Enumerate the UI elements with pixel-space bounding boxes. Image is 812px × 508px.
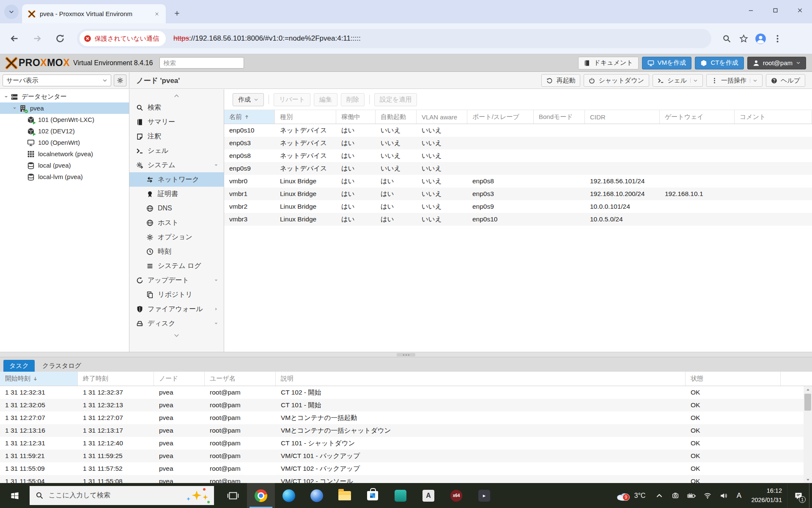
new-tab-button[interactable]	[170, 6, 184, 20]
menu-scroll-down[interactable]	[129, 331, 224, 340]
battery-tray-icon[interactable]	[683, 483, 700, 508]
task-col-node[interactable]: ノード	[154, 372, 205, 386]
task-col-status[interactable]: 状態	[686, 372, 781, 386]
task-row[interactable]: 1 31 12:13:161 31 12:13:17pvearoot@pamVM…	[0, 424, 812, 437]
task-row[interactable]: 1 31 12:32:311 31 12:32:37pvearoot@pamCT…	[0, 386, 812, 399]
profile-button[interactable]	[752, 30, 769, 47]
tree-item-ct-102[interactable]: 102 (DEV12)	[0, 125, 129, 137]
menu-item-certificates[interactable]: 証明書	[129, 187, 224, 201]
browser-tab[interactable]: pvea - Proxmox Virtual Environm	[22, 4, 166, 23]
taskbar-app-app-media[interactable]: ▸	[470, 483, 498, 508]
forward-button[interactable]	[29, 30, 46, 47]
menu-item-disks[interactable]: ディスク	[129, 316, 224, 331]
net-row-enp0s9[interactable]: enp0s9ネットデバイスはいいいえいいえ	[224, 162, 812, 175]
net-row-enp0s8[interactable]: enp0s8ネットデバイスはいいいえいいえ	[224, 149, 812, 162]
scroll-up-arrow[interactable]	[804, 386, 812, 393]
tree-item-ct-101[interactable]: 101 (OpenWrt-LXC)	[0, 114, 129, 125]
taskbar-app-app-a[interactable]: A	[414, 483, 442, 508]
menu-item-network[interactable]: ネットワーク	[129, 172, 224, 187]
bookmark-button[interactable]	[735, 30, 752, 47]
task-col-user[interactable]: ユーザ名	[205, 372, 276, 386]
tree-item-sdn-localnetwork[interactable]: localnetwork (pvea)	[0, 148, 129, 160]
taskbar-app-task-view[interactable]	[219, 483, 247, 508]
reboot-button[interactable]: 再起動	[541, 74, 580, 87]
net-col-type[interactable]: 種別	[275, 110, 336, 124]
address-bar[interactable]: 保護されていない通信 https://192.168.56.101:8006/#…	[77, 29, 711, 48]
tab-close-button[interactable]	[152, 9, 162, 19]
menu-item-updates[interactable]: アップデート	[129, 273, 224, 287]
net-row-enp0s10[interactable]: enp0s10ネットデバイスはいいいえいいえ	[224, 124, 812, 137]
zoom-button[interactable]	[718, 30, 735, 47]
edit-button[interactable]: 編集	[314, 93, 337, 106]
tree-item-storage-local[interactable]: local (pvea)	[0, 160, 129, 171]
weather-widget[interactable]: 9 3°C	[610, 490, 652, 501]
menu-item-shell[interactable]: シェル	[129, 144, 224, 158]
splitter-grip-icon[interactable]	[397, 353, 415, 356]
hidden-icons-button[interactable]	[651, 483, 667, 508]
menu-item-hosts[interactable]: ホスト	[129, 215, 224, 230]
minimize-button[interactable]	[738, 0, 763, 20]
task-col-end[interactable]: 終了時刻	[78, 372, 154, 386]
net-col-gateway[interactable]: ゲートウェイ	[660, 110, 735, 124]
browser-menu-button[interactable]	[769, 30, 786, 47]
menu-item-dns[interactable]: DNS	[129, 201, 224, 215]
menu-item-firewall[interactable]: ファイアウォール	[129, 302, 224, 316]
create-vm-button[interactable]: VMを作成	[642, 57, 692, 69]
view-selector[interactable]: サーバ表示	[3, 75, 111, 86]
menu-item-time[interactable]: 時刻	[129, 244, 224, 259]
create-button[interactable]: 作成	[233, 93, 264, 106]
net-col-comment[interactable]: コメント	[735, 110, 812, 124]
net-col-name[interactable]: 名前	[224, 110, 275, 124]
menu-item-search[interactable]: 検索	[129, 100, 224, 115]
net-row-vmbr1[interactable]: vmbr1Linux Bridgeはいはいいいえenp0s3192.168.10…	[224, 188, 812, 200]
taskbar-app-app-teal[interactable]	[387, 483, 414, 508]
revert-button[interactable]: リバート	[274, 93, 310, 106]
menu-item-syslog[interactable]: システム ログ	[129, 259, 224, 273]
task-row[interactable]: 1 31 11:55:041 31 11:55:08pvearoot@pamVM…	[0, 475, 812, 483]
net-col-active[interactable]: 稼働中	[336, 110, 376, 124]
net-col-ports[interactable]: ポート/スレーブ	[467, 110, 534, 124]
ime-indicator[interactable]: A	[732, 491, 746, 500]
net-col-autostart[interactable]: 自動起動	[376, 110, 417, 124]
taskbar-app-app-blue-sphere[interactable]	[303, 483, 331, 508]
apply-button[interactable]: 設定を適用	[374, 93, 417, 106]
show-desktop-button[interactable]	[809, 483, 812, 508]
net-col-cidr[interactable]: CIDR	[585, 110, 660, 124]
taskbar-app-microsoft-store[interactable]	[359, 483, 387, 508]
tree-settings-button[interactable]	[114, 75, 126, 86]
menu-item-options[interactable]: オプション	[129, 230, 224, 244]
net-row-vmbr3[interactable]: vmbr3Linux Bridgeはいはいいいえenp0s1010.0.5.0/…	[224, 213, 812, 226]
help-button[interactable]: ヘルプ	[766, 74, 805, 87]
task-row[interactable]: 1 31 12:32:051 31 12:32:13pvearoot@pamCT…	[0, 399, 812, 411]
task-scrollbar[interactable]	[804, 386, 812, 483]
network-tray-icon[interactable]	[700, 483, 716, 508]
shell-button[interactable]: シェル	[653, 74, 703, 87]
net-col-bond[interactable]: Bondモード	[534, 110, 585, 124]
scrollbar-thumb[interactable]	[804, 394, 811, 411]
close-window-button[interactable]	[787, 0, 812, 20]
shutdown-button[interactable]: シャットダウン	[584, 74, 649, 87]
menu-scroll-up[interactable]	[129, 91, 224, 100]
pve-search-input[interactable]	[159, 57, 244, 69]
tree-item-storage-local-lvm[interactable]: local-lvm (pvea)	[0, 171, 129, 182]
scroll-down-arrow[interactable]	[804, 476, 812, 483]
tree-item-vm-100[interactable]: 100 (OpenWrt)	[0, 137, 129, 148]
menu-item-summary[interactable]: サマリー	[129, 115, 224, 129]
remove-button[interactable]: 削除	[341, 93, 365, 106]
net-row-vmbr0[interactable]: vmbr0Linux Bridgeはいはいいいえenp0s8192.168.56…	[224, 175, 812, 188]
task-row[interactable]: 1 31 12:12:311 31 12:12:40pvearoot@pamCT…	[0, 437, 812, 450]
taskbar-app-file-explorer[interactable]	[331, 483, 359, 508]
taskbar-app-chrome[interactable]	[247, 483, 275, 508]
net-col-vlan[interactable]: VLAN aware	[417, 110, 467, 124]
create-ct-button[interactable]: CTを作成	[695, 57, 743, 69]
tree-item-datacenter[interactable]: データセンター	[0, 91, 129, 102]
panel-splitter[interactable]	[0, 352, 812, 357]
task-row[interactable]: 1 31 11:55:091 31 11:57:52pvearoot@pamVM…	[0, 462, 812, 475]
tab-tasks[interactable]: タスク	[3, 360, 35, 372]
taskbar-app-vm-x64[interactable]: x64	[442, 483, 470, 508]
menu-item-notes[interactable]: 注釈	[129, 129, 224, 144]
back-button[interactable]	[6, 30, 23, 47]
start-button[interactable]	[0, 483, 30, 508]
task-row[interactable]: 1 31 11:59:211 31 11:59:25pvearoot@pamVM…	[0, 450, 812, 462]
tree-item-node-pvea[interactable]: pvea	[0, 102, 129, 114]
